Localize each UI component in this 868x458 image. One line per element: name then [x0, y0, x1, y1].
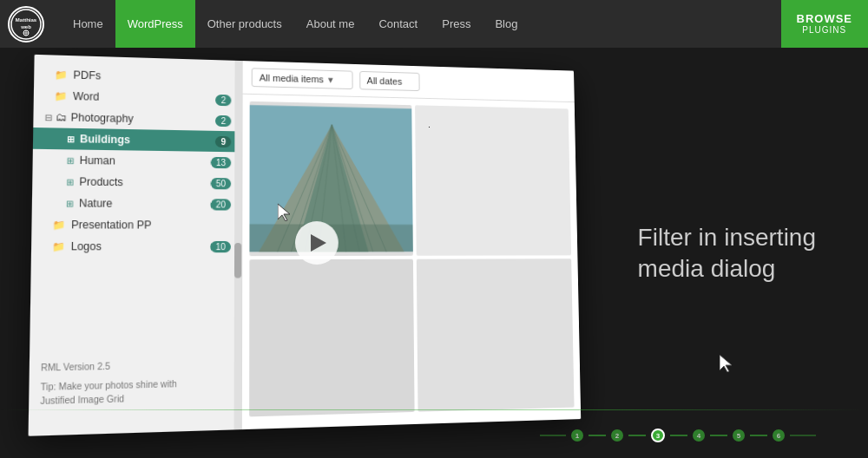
- browse-label: BROWSE: [797, 12, 853, 26]
- folder-icon: 🗂: [56, 111, 67, 124]
- navbar: Matthias web Home WordPress Other produc…: [0, 0, 868, 48]
- nav-other-products[interactable]: Other products: [195, 0, 294, 48]
- sidebar-item-label: Word: [73, 90, 99, 103]
- sidebar-badge: 10: [210, 240, 231, 252]
- sidebar-item-buildings[interactable]: ⊞ Buildings 9: [33, 128, 242, 152]
- page-line-left: [540, 435, 566, 436]
- browse-plugins-button[interactable]: BROWSE PLUGINS: [781, 0, 869, 48]
- page-dot-2[interactable]: 2: [611, 429, 623, 442]
- page-line-4: [710, 435, 727, 436]
- page-line-2: [628, 435, 646, 436]
- filter-text-line1: Filter in inserting: [638, 223, 816, 250]
- page-dot-6[interactable]: 6: [773, 429, 785, 442]
- media-grid: [242, 95, 581, 424]
- grid-icon: ⊞: [67, 155, 75, 165]
- nav-contact[interactable]: Contact: [366, 0, 430, 48]
- page-line-1: [589, 435, 606, 436]
- folder-icon: 📁: [52, 219, 65, 231]
- dropdown-arrow-icon: ▼: [326, 75, 335, 85]
- svg-text:web: web: [20, 24, 31, 29]
- folder-icon: 📁: [55, 90, 68, 102]
- svg-marker-19: [720, 355, 732, 372]
- video-panel[interactable]: 📁 PDFs 📁 Word 2 ⊟ 🗂 Photography 2 ⊞ Buil…: [29, 55, 582, 436]
- page-dot-3[interactable]: 3: [651, 429, 665, 442]
- media-item-4[interactable]: [417, 258, 575, 412]
- bottom-decorative-line: [0, 409, 868, 410]
- sidebar-badge: 9: [215, 135, 231, 147]
- date-filter-label: All dates: [367, 75, 403, 87]
- sidebar-item-human[interactable]: ⊞ Human 13: [32, 149, 241, 173]
- sidebar-item-label: Buildings: [80, 133, 130, 146]
- navbar-nav: Home WordPress Other products About me C…: [61, 0, 781, 48]
- page-line-3: [670, 435, 687, 436]
- sidebar-badge: 50: [210, 178, 231, 189]
- sidebar-item-label: Nature: [79, 197, 113, 210]
- nav-about-me[interactable]: About me: [294, 0, 367, 48]
- page-line-5: [750, 435, 767, 436]
- browse-sub-label: PLUGINS: [802, 25, 846, 36]
- page-dot-4[interactable]: 4: [693, 429, 705, 442]
- logo-circle: Matthias web: [8, 6, 44, 43]
- main-content: 📁 PDFs 📁 Word 2 ⊟ 🗂 Photography 2 ⊞ Buil…: [0, 48, 868, 458]
- nav-blog[interactable]: Blog: [483, 0, 529, 48]
- sidebar-badge: 2: [215, 114, 231, 126]
- sidebar-badge: 13: [211, 156, 232, 167]
- sidebar-item-nature[interactable]: ⊞ Nature 20: [32, 193, 242, 215]
- play-button[interactable]: [295, 221, 339, 265]
- page-line-right: [790, 435, 816, 436]
- filter-text-line2: media dialog: [638, 255, 776, 282]
- sidebar-item-label: Photography: [71, 111, 134, 125]
- logo[interactable]: Matthias web: [0, 0, 52, 48]
- media-filter-label: All media items: [260, 72, 324, 84]
- pagination: 1 2 3 4 5 6: [540, 429, 816, 442]
- scrollbar-thumb[interactable]: [234, 243, 241, 278]
- media-item-2[interactable]: [415, 105, 571, 255]
- folder-icon: 📁: [52, 240, 65, 252]
- sidebar-item-label: Logos: [71, 240, 102, 253]
- page-dot-1[interactable]: 1: [571, 429, 583, 442]
- sidebar-item-label: Human: [80, 154, 115, 167]
- nav-press[interactable]: Press: [430, 0, 483, 48]
- sidebar-item-presentation[interactable]: 📁 Presentation PP: [31, 214, 241, 236]
- nav-wordpress[interactable]: WordPress: [115, 0, 195, 48]
- panel-main: All media items ▼ All dates: [242, 61, 581, 429]
- folder-icon: 📁: [55, 69, 68, 81]
- sidebar-badge: 2: [216, 94, 232, 105]
- media-item-3[interactable]: [249, 258, 414, 416]
- sidebar-item-logos[interactable]: 📁 Logos 10: [31, 236, 241, 258]
- sidebar-item-label: Products: [79, 175, 123, 188]
- nav-home[interactable]: Home: [61, 0, 115, 48]
- sidebar-item-label: PDFs: [73, 69, 101, 82]
- panel-sidebar: 📁 PDFs 📁 Word 2 ⊟ 🗂 Photography 2 ⊞ Buil…: [29, 55, 243, 436]
- grid-icon: ⊞: [66, 199, 74, 208]
- sidebar-item-label: Presentation PP: [71, 219, 151, 232]
- media-filter-select[interactable]: All media items ▼: [252, 68, 352, 89]
- grid-icon: ⊞: [67, 134, 75, 143]
- sidebar-item-products[interactable]: ⊞ Products 50: [32, 171, 241, 194]
- right-text-block: Filter in inserting media dialog: [638, 221, 816, 285]
- expand-icon: ⊟: [44, 112, 52, 121]
- main-cursor: [720, 355, 733, 376]
- date-filter-select[interactable]: All dates: [359, 71, 420, 91]
- grid-icon: ⊞: [66, 177, 74, 186]
- play-triangle-icon: [310, 234, 326, 252]
- svg-text:Matthias: Matthias: [16, 17, 37, 23]
- page-dot-5[interactable]: 5: [733, 429, 745, 442]
- sidebar-badge: 20: [210, 199, 231, 210]
